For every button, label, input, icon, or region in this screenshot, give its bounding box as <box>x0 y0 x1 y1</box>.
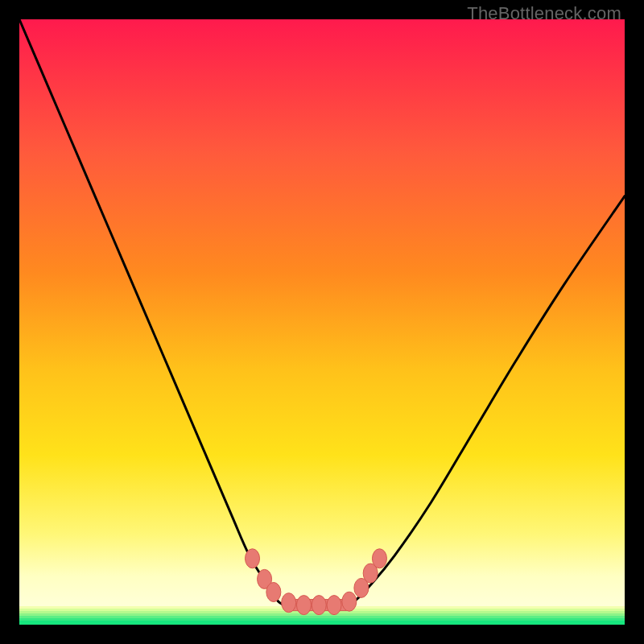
marker-dot <box>282 593 296 613</box>
marker-dot <box>296 596 311 615</box>
plot-area <box>19 19 625 625</box>
bottleneck-curve <box>19 19 625 609</box>
marker-dot <box>327 596 341 615</box>
marker-dot <box>246 549 260 568</box>
marker-dot <box>266 583 281 602</box>
marker-dot <box>342 592 357 611</box>
curve-layer <box>19 19 625 625</box>
watermark-text: TheBottleneck.com <box>467 3 621 24</box>
marker-dot <box>372 549 386 568</box>
marker-dot <box>312 596 326 615</box>
outer-frame: TheBottleneck.com <box>0 0 644 644</box>
curve-markers <box>246 549 387 615</box>
